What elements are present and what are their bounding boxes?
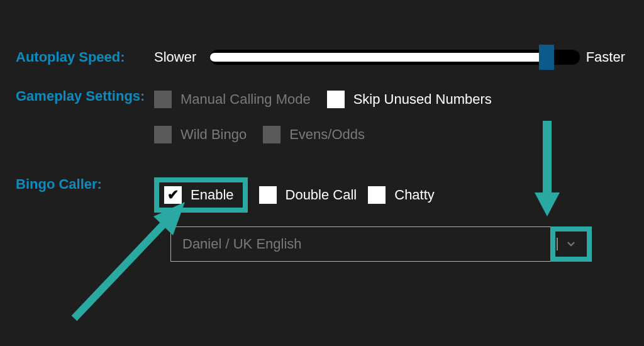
highlight-dropdown-arrow xyxy=(550,226,592,262)
highlight-enable-option: ✔ Enable xyxy=(154,177,248,213)
checkbox-icon xyxy=(259,186,277,204)
slider-faster-label: Faster xyxy=(586,49,625,65)
chevron-down-icon xyxy=(565,238,577,250)
autoplay-speed-label: Autoplay Speed: xyxy=(0,49,154,65)
option-label: Manual Calling Mode xyxy=(180,91,311,108)
option-manual-calling-mode[interactable]: Manual Calling Mode xyxy=(154,91,311,108)
bingo-caller-label: Bingo Caller: xyxy=(0,176,154,193)
checkbox-icon xyxy=(154,126,172,143)
checkbox-enable[interactable]: ✔ xyxy=(164,186,182,204)
option-evens-odds[interactable]: Evens/Odds xyxy=(263,126,365,143)
slider-slower-label: Slower xyxy=(154,49,196,65)
option-label: Double Call xyxy=(286,187,357,203)
option-chatty[interactable]: Chatty xyxy=(368,186,435,204)
bingo-caller-row: Bingo Caller: ✔ Enable Double Call Chatt… xyxy=(0,176,644,262)
checkbox-icon xyxy=(327,91,345,108)
option-label: Wild Bingo xyxy=(180,126,247,143)
checkbox-icon xyxy=(368,186,386,204)
option-label: Skip Unused Numbers xyxy=(353,91,492,108)
option-label: Chatty xyxy=(394,187,435,203)
slider-thumb[interactable] xyxy=(539,45,554,70)
autoplay-speed-row: Autoplay Speed: Slower Faster xyxy=(0,49,644,65)
checkbox-icon xyxy=(154,91,172,108)
option-skip-unused-numbers[interactable]: Skip Unused Numbers xyxy=(327,91,492,108)
option-double-call[interactable]: Double Call xyxy=(259,186,357,204)
option-label: Evens/Odds xyxy=(289,126,365,143)
voice-selected-value: Daniel / UK English xyxy=(171,227,550,261)
option-label: Enable xyxy=(191,187,234,203)
check-icon: ✔ xyxy=(167,187,179,203)
checkbox-icon xyxy=(263,126,280,143)
voice-dropdown[interactable]: Daniel / UK English xyxy=(170,226,592,262)
gameplay-settings-label: Gameplay Settings: xyxy=(0,88,154,104)
option-wild-bingo[interactable]: Wild Bingo xyxy=(154,126,247,143)
gameplay-settings-row: Gameplay Settings: Manual Calling Mode S… xyxy=(0,88,644,143)
autoplay-speed-slider[interactable] xyxy=(210,53,572,62)
